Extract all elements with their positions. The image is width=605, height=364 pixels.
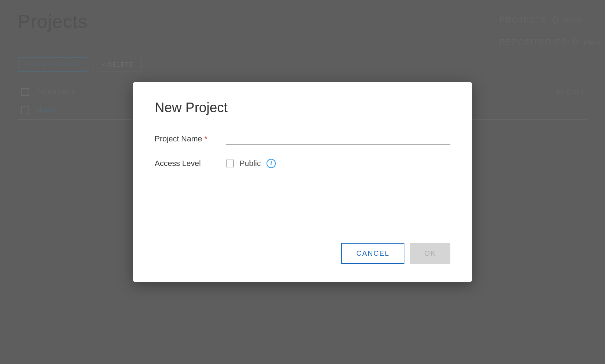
- access-level-group: Access Level Public i: [155, 159, 450, 168]
- modal-title: New Project: [155, 100, 450, 115]
- project-name-label: Project Name*: [155, 134, 226, 144]
- modal-footer: CANCEL OK: [155, 214, 450, 264]
- access-level-label: Access Level: [155, 159, 226, 168]
- info-icon[interactable]: i: [267, 159, 276, 168]
- cancel-button[interactable]: CANCEL: [341, 243, 404, 264]
- ok-button[interactable]: OK: [410, 243, 450, 264]
- new-project-modal: New Project Project Name* Access Level P…: [133, 82, 472, 282]
- public-label: Public: [239, 159, 261, 168]
- project-name-input[interactable]: [226, 133, 450, 145]
- required-star: *: [204, 134, 207, 143]
- public-checkbox[interactable]: [226, 160, 234, 167]
- project-name-group: Project Name*: [155, 133, 450, 145]
- access-level-controls: Public i: [226, 159, 276, 168]
- modal-overlay: New Project Project Name* Access Level P…: [0, 0, 605, 364]
